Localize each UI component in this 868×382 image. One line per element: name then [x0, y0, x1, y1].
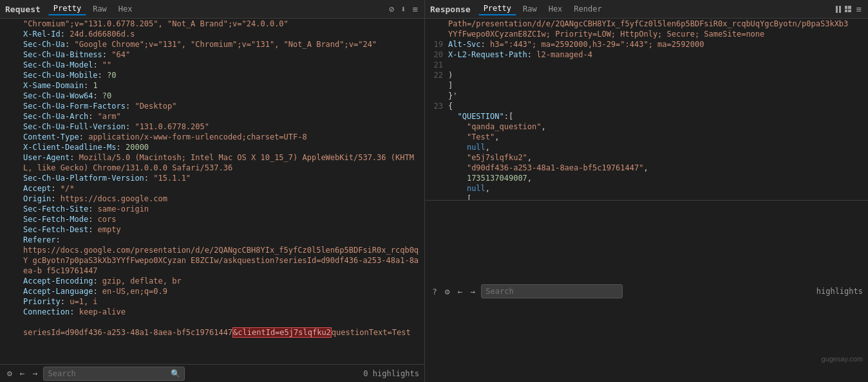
line-item: Origin: https://docs.google.com	[0, 194, 424, 204]
tab-hex-left[interactable]: Hex	[113, 3, 138, 15]
menu-icon-right[interactable]: ≡	[855, 3, 863, 15]
response-content[interactable]: Path=/presentation/d/e/2QANgcCBH8YIx_f5y…	[425, 19, 868, 200]
line-item: 19 Alt-Svc: h3=":443"; ma=2592000,h3-29=…	[425, 39, 868, 50]
line-item: https://docs.google.com/presentation/d/e…	[0, 245, 424, 276]
line-item: Accept-Language: en-US,en;q=0.9	[0, 286, 424, 296]
tab-raw-left[interactable]: Raw	[88, 3, 112, 15]
tab-raw-right[interactable]: Raw	[518, 3, 542, 15]
line-item: Content-Type: application/x-www-form-url…	[0, 132, 424, 142]
search-box-left[interactable]: 🔍	[43, 367, 185, 381]
line-item: Sec-Ch-Ua-Platform-Version: "15.1.1"	[0, 173, 424, 183]
line-item: Sec-Ch-Ua-Mobile: ?0	[0, 70, 424, 80]
main-panels: Request Pretty Raw Hex ⊘ ⬇ ≡ "Chromium";…	[0, 0, 868, 382]
line-item: User-Agent: Mozilla/5.0 (Macintosh; Inte…	[0, 152, 424, 173]
line-item: 22 )	[425, 70, 868, 80]
line-item: "QUESTION":[	[425, 111, 868, 122]
line-item: Sec-Ch-Ua-Bitness: "64"	[0, 50, 424, 60]
menu-icon[interactable]: ≡	[411, 3, 419, 15]
line-item: 20 X-L2-Request-Path: l2-managed-4	[425, 50, 868, 60]
line-item: X-Same-Domain: 1	[0, 80, 424, 91]
back-icon-left[interactable]: ←	[18, 367, 27, 379]
line-item: YYfFwepo0XCyzanE8ZCIw; Priority=LOW; Htt…	[425, 29, 868, 39]
line-item	[0, 317, 424, 327]
line-item: "Chromium";v="131.0.6778.205", "Not_A Br…	[0, 19, 424, 29]
line-item: Referer:	[0, 235, 424, 245]
line-item: Sec-Fetch-Mode: cors	[0, 214, 424, 224]
forward-icon-left[interactable]: →	[31, 367, 40, 379]
line-item: }'	[425, 91, 868, 101]
response-header: Response Pretty Raw Hex Render	[425, 0, 868, 19]
line-item: X-Rel-Id: 24d.6d66806d.s	[0, 29, 424, 39]
payload-line: seriesId=d90df436-a253-48a1-8aea-bf5c197…	[0, 327, 424, 338]
back-icon-right[interactable]: ←	[456, 286, 465, 298]
line-item: 1735137049007,	[425, 173, 868, 183]
search-input-left[interactable]	[48, 369, 171, 378]
response-bottom-bar: ? ⚙ ← → highlights	[425, 200, 868, 382]
line-item: Sec-Fetch-Site: same-origin	[0, 204, 424, 214]
tab-pretty-left[interactable]: Pretty	[48, 3, 86, 15]
search-icon-left: 🔍	[171, 369, 180, 378]
line-item: Sec-Ch-Ua-Full-Version: "131.0.6778.205"	[0, 122, 424, 132]
search-box-right[interactable]	[481, 284, 623, 298]
line-item: Priority: u=1, i	[0, 296, 424, 307]
response-tabs: Pretty Raw Hex Render	[478, 3, 607, 15]
request-bottom-bar: ⚙ ← → 🔍 0 highlights	[0, 364, 425, 382]
response-toolbar: ≡	[836, 3, 863, 15]
download-icon[interactable]: ⬇	[399, 3, 407, 15]
line-item: "e5j7slqfku2",	[425, 152, 868, 163]
grid-icon[interactable]	[845, 6, 851, 12]
line-item: "d90df436-a253-48a1-8aea-bf5c19761447",	[425, 163, 868, 173]
request-panel: Request Pretty Raw Hex ⊘ ⬇ ≡ "Chromium";…	[0, 0, 425, 382]
line-item: Sec-Ch-Ua: "Google Chrome";v="131", "Chr…	[0, 39, 424, 50]
tab-render-right[interactable]: Render	[569, 3, 607, 15]
tab-pretty-right[interactable]: Pretty	[478, 3, 516, 15]
line-item: Sec-Ch-Ua-Wow64: ?0	[0, 91, 424, 101]
line-item: null,	[425, 183, 868, 194]
highlighted-param: &clientId=e5j7slqfku2	[232, 327, 332, 338]
line-item: "qanda_question",	[425, 122, 868, 132]
line-item: ]	[425, 80, 868, 91]
pause-icon[interactable]	[836, 6, 841, 13]
request-header: Request Pretty Raw Hex ⊘ ⬇ ≡	[0, 0, 424, 19]
line-item: Accept: */*	[0, 183, 424, 194]
response-panel: Response Pretty Raw Hex Render	[425, 0, 868, 382]
filter-icon[interactable]: ⊘	[388, 3, 395, 15]
line-item: null,	[425, 142, 868, 152]
line-item: X-Client-Deadline-Ms: 20000	[0, 142, 424, 152]
line-item: Accept-Encoding: gzip, deflate, br	[0, 276, 424, 286]
request-toolbar: ⊘ ⬇ ≡	[388, 3, 419, 15]
line-item: Sec-Ch-Ua-Model: ""	[0, 60, 424, 70]
request-content[interactable]: "Chromium";v="131.0.6778.205", "Not_A Br…	[0, 19, 424, 364]
highlights-count-left: 0 highlights	[363, 369, 419, 378]
highlights-count-right: highlights	[816, 287, 863, 296]
line-item: Sec-Fetch-Dest: empty	[0, 224, 424, 235]
response-title: Response	[430, 5, 471, 14]
line-item: Connection: keep-alive	[0, 307, 424, 317]
line-item: 21	[425, 60, 868, 70]
request-title: Request	[5, 5, 41, 14]
watermark: gugesay.com	[821, 355, 863, 363]
line-item: Sec-Ch-Ua-Arch: "arm"	[0, 111, 424, 122]
forward-icon-right[interactable]: →	[468, 286, 477, 298]
settings-icon-left[interactable]: ⚙	[5, 367, 14, 379]
request-tabs: Pretty Raw Hex	[48, 3, 138, 15]
line-item: [	[425, 194, 868, 200]
line-item: Path=/presentation/d/e/2QANgcCBH8YIx_f5y…	[425, 19, 868, 29]
help-icon-right[interactable]: ?	[430, 286, 439, 298]
settings-icon-right[interactable]: ⚙	[443, 286, 452, 298]
line-item: "Test",	[425, 132, 868, 142]
line-item: Sec-Ch-Ua-Form-Factors: "Desktop"	[0, 101, 424, 111]
search-input-right[interactable]	[486, 287, 618, 296]
line-item: 23 {	[425, 101, 868, 111]
tab-hex-right[interactable]: Hex	[543, 3, 568, 15]
